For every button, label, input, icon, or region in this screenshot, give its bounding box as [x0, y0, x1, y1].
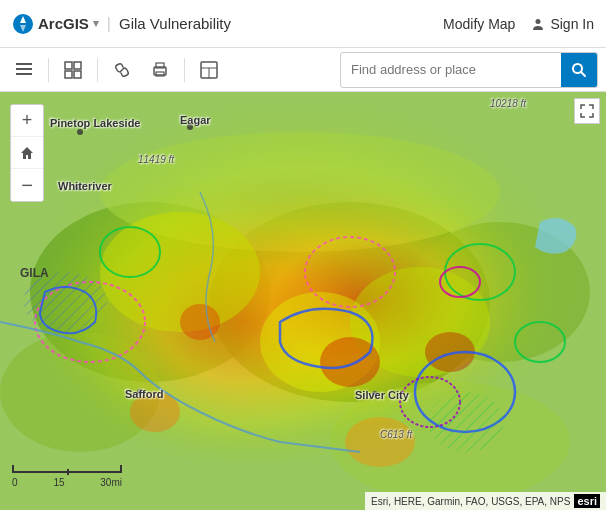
esri-logo: esri — [574, 494, 600, 508]
header-left: ArcGIS ▾ | Gila Vulnerability — [12, 13, 231, 35]
svg-rect-6 — [74, 62, 81, 69]
home-button[interactable] — [11, 137, 43, 169]
search-button[interactable] — [561, 53, 597, 87]
content-button[interactable] — [57, 54, 89, 86]
expand-button[interactable] — [574, 98, 600, 124]
scale-label-15: 15 — [53, 477, 64, 488]
details-button[interactable] — [8, 54, 40, 86]
link-button[interactable] — [106, 54, 138, 86]
header: ArcGIS ▾ | Gila Vulnerability Modify Map… — [0, 0, 606, 48]
scale-bar: 0 15 30mi — [12, 465, 122, 488]
map-title: Gila Vulnerability — [119, 15, 231, 32]
toolbar-separator-3 — [184, 58, 185, 82]
toolbar-separator-2 — [97, 58, 98, 82]
arcgis-logo-icon — [12, 13, 34, 35]
svg-rect-2 — [16, 63, 32, 65]
modify-map-button[interactable]: Modify Map — [443, 16, 515, 32]
search-input[interactable] — [341, 56, 561, 83]
scale-rule — [12, 465, 122, 473]
arcgis-text: ArcGIS — [38, 15, 89, 32]
table-button[interactable] — [193, 54, 225, 86]
scale-label-30: 30mi — [100, 477, 122, 488]
user-icon — [531, 17, 545, 31]
zoom-out-button[interactable]: − — [11, 169, 43, 201]
toolbar — [0, 48, 606, 92]
svg-rect-4 — [16, 73, 32, 75]
zoom-controls: + − — [10, 104, 44, 202]
scale-label-0: 0 — [12, 477, 18, 488]
link-icon — [113, 61, 131, 79]
scale-labels: 0 15 30mi — [12, 477, 122, 488]
svg-rect-12 — [156, 72, 164, 76]
map-background — [0, 92, 606, 510]
header-right: Modify Map Sign In — [443, 16, 594, 32]
header-divider: | — [107, 15, 111, 33]
expand-icon — [580, 104, 594, 118]
scale-line: 0 15 30mi — [12, 465, 122, 488]
arcgis-logo[interactable]: ArcGIS ▾ — [12, 13, 99, 35]
sign-in-button[interactable]: Sign In — [531, 16, 594, 32]
svg-rect-5 — [65, 62, 72, 69]
table-icon — [200, 61, 218, 79]
print-button[interactable] — [144, 54, 176, 86]
svg-rect-3 — [16, 68, 32, 70]
search-icon — [571, 62, 587, 78]
sign-in-label: Sign In — [550, 16, 594, 32]
svg-line-17 — [581, 72, 585, 76]
attribution-text: Esri, HERE, Garmin, FAO, USGS, EPA, NPS — [371, 496, 570, 507]
print-icon — [151, 61, 169, 79]
svg-line-9 — [120, 68, 124, 72]
content-icon — [64, 61, 82, 79]
map-container[interactable]: GILA Pinetop Lakeside Eagar Whiteriver S… — [0, 92, 606, 510]
dropdown-icon[interactable]: ▾ — [93, 17, 99, 30]
search-container — [340, 52, 598, 88]
svg-point-1 — [536, 19, 541, 24]
home-icon — [19, 145, 35, 161]
svg-rect-7 — [65, 71, 72, 78]
toolbar-separator-1 — [48, 58, 49, 82]
details-icon — [15, 61, 33, 79]
zoom-in-button[interactable]: + — [11, 105, 43, 137]
svg-rect-8 — [74, 71, 81, 78]
attribution: Esri, HERE, Garmin, FAO, USGS, EPA, NPS … — [365, 492, 606, 510]
